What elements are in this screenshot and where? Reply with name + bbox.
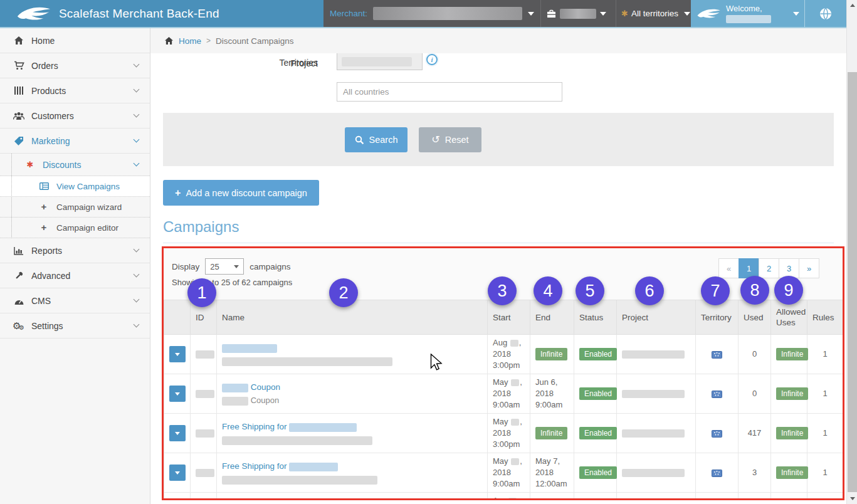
- redacted-id: [196, 350, 214, 359]
- sidebar-item-settings[interactable]: ⚙⚙ Settings: [0, 313, 150, 339]
- sidebar-item-discounts[interactable]: ✱ Discounts: [0, 154, 150, 176]
- redacted-project: [622, 429, 685, 438]
- end-cell: Infinite: [530, 335, 574, 374]
- territory-cell: [696, 453, 739, 493]
- campaign-name-link[interactable]: Coupon: [222, 382, 280, 392]
- campaign-name-link[interactable]: Free Shipping for: [222, 461, 338, 471]
- all-territories-icon: ✱: [621, 9, 628, 18]
- territories-input[interactable]: [337, 82, 562, 102]
- sidebar-item-campaign-wizard[interactable]: + Campaign wizard: [0, 197, 150, 218]
- bar-chart-icon: [13, 246, 25, 255]
- breadcrumb-home-link[interactable]: Home: [179, 36, 201, 46]
- end-cell: Infinite: [530, 414, 574, 453]
- sidebar-item-advanced[interactable]: Advanced: [0, 263, 150, 288]
- sidebar-item-customers[interactable]: Customers: [0, 103, 150, 129]
- name-cell: Free Shipping for: [217, 453, 488, 493]
- row-actions-button[interactable]: [169, 386, 186, 402]
- rules-cell: 1: [807, 453, 843, 493]
- territory-flag-icon: [712, 391, 722, 398]
- display-length-control: Display 25 campaigns: [172, 258, 291, 275]
- allowed-uses-cell: Infinite: [771, 493, 807, 501]
- expand-cell: [164, 374, 191, 414]
- col-expand: [164, 300, 191, 335]
- col-name: Name: [217, 300, 488, 335]
- pagination: « 1 2 3 »: [719, 258, 819, 278]
- sidebar-item-products[interactable]: Products: [0, 78, 150, 103]
- page-length-select[interactable]: 25: [205, 258, 244, 275]
- project-cell: [617, 453, 696, 493]
- redacted-project-value: [342, 57, 412, 66]
- redacted-day: [510, 340, 518, 347]
- sidebar-item-campaign-editor[interactable]: + Campaign editor: [0, 218, 150, 238]
- plus-icon: +: [175, 189, 181, 197]
- annotation-circle-4: 4: [534, 276, 562, 305]
- campaign-name-link[interactable]: Free Shipping for: [222, 422, 357, 431]
- reset-button[interactable]: ↺ Reset: [419, 127, 481, 152]
- triangle-up-icon: [850, 4, 855, 7]
- status-badge: Enabled: [579, 387, 617, 400]
- territory-selector[interactable]: ✱ All territories: [616, 0, 691, 27]
- sidebar-item-marketing[interactable]: Marketing: [0, 129, 150, 154]
- status-cell: Enabled: [574, 374, 617, 414]
- redacted-name: [222, 344, 277, 353]
- end-cell: May 7,201812:00am: [530, 453, 574, 493]
- start-cell: Aug 20183:00pm: [488, 335, 530, 374]
- project-input[interactable]: [337, 53, 423, 70]
- sidebar-item-cms[interactable]: CMS: [0, 288, 150, 313]
- sidebar: Home Orders Products Customers Marketin: [0, 28, 150, 504]
- infinite-badge: Infinite: [535, 348, 567, 360]
- search-button[interactable]: Search: [345, 127, 407, 152]
- sidebar-item-label: Customers: [31, 111, 74, 121]
- expand-cell: [164, 414, 191, 453]
- annotation-circle-8: 8: [740, 276, 769, 305]
- vertical-scrollbar[interactable]: [846, 0, 857, 504]
- start-cell: May 20189:00am: [488, 374, 530, 414]
- filter-actions: Search ↺ Reset: [163, 113, 834, 166]
- annotation-circle-1: 1: [187, 278, 216, 307]
- scroll-down-button[interactable]: [847, 493, 857, 504]
- caret-down-icon: [175, 392, 180, 396]
- pagination-next[interactable]: »: [799, 258, 819, 278]
- redacted-name: [222, 384, 248, 392]
- redacted-day: [511, 419, 519, 426]
- caret-down-icon: [175, 353, 180, 356]
- add-campaign-button[interactable]: + Add a new discount campaign: [163, 180, 319, 206]
- scroll-up-button[interactable]: [847, 0, 857, 11]
- redacted-id: [196, 390, 214, 398]
- annotation-circle-5: 5: [576, 276, 604, 305]
- pagination-prev[interactable]: «: [718, 258, 739, 278]
- sidebar-item-view-campaigns[interactable]: View Campaigns: [0, 176, 150, 197]
- annotation-circle-7: 7: [701, 276, 730, 305]
- start-cell: Apr 20183:00pm: [488, 493, 530, 501]
- reset-button-label: Reset: [445, 135, 469, 145]
- add-campaign-label: Add a new discount campaign: [186, 188, 307, 198]
- merchant-selector[interactable]: Merchant:: [323, 0, 540, 27]
- scrollbar-thumb[interactable]: [848, 72, 857, 492]
- chevron-down-icon: [134, 271, 140, 278]
- sidebar-item-label: Marketing: [31, 136, 70, 146]
- sidebar-item-orders[interactable]: Orders: [0, 53, 150, 78]
- table-row: Free Shipping for May 20189:00am May 7,2…: [164, 453, 843, 493]
- chevron-down-icon: [134, 297, 140, 303]
- info-icon[interactable]: i: [426, 54, 438, 65]
- allowed-uses-cell: Infinite: [771, 414, 807, 453]
- row-actions-button[interactable]: [169, 346, 186, 362]
- redacted-id: [196, 469, 214, 477]
- redacted-user-name: [726, 15, 771, 23]
- row-actions-button[interactable]: [169, 425, 186, 441]
- language-globe-button[interactable]: [804, 0, 846, 27]
- tag-icon: [13, 136, 25, 146]
- caret-down-icon: [175, 471, 180, 475]
- project-selector[interactable]: [540, 0, 616, 27]
- sidebar-item-home[interactable]: Home: [0, 28, 150, 53]
- sidebar-item-label: Settings: [31, 321, 63, 331]
- pagination-page-2[interactable]: 2: [759, 258, 779, 278]
- user-menu[interactable]: Welcome,: [691, 0, 804, 27]
- row-actions-button[interactable]: [169, 465, 186, 481]
- campaign-name-link[interactable]: [222, 343, 277, 352]
- triangle-down-icon: [850, 497, 855, 500]
- sidebar-item-reports[interactable]: Reports: [0, 238, 150, 263]
- home-icon: [13, 36, 25, 45]
- home-icon: [164, 36, 174, 45]
- caret-down-icon: [175, 432, 180, 435]
